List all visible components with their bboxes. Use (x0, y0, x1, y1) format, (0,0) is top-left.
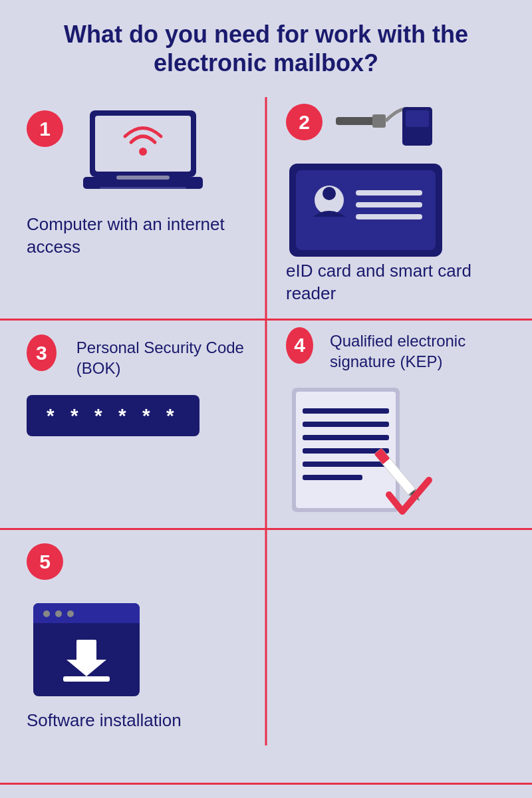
bottom-divider (0, 783, 532, 785)
svg-point-13 (323, 187, 336, 200)
item-4-cell: 4 Qualified electronic signature (KEP) (266, 321, 532, 530)
svg-rect-16 (356, 214, 422, 219)
signature-icon (286, 382, 439, 515)
svg-rect-23 (303, 462, 389, 467)
svg-point-2 (139, 148, 147, 156)
svg-point-32 (43, 610, 50, 617)
svg-rect-19 (303, 408, 389, 414)
empty-cell-6 (266, 530, 532, 745)
svg-rect-37 (63, 676, 110, 682)
svg-rect-20 (303, 422, 389, 427)
content-grid: 1 Computer with an internet access 2 (0, 97, 532, 745)
svg-rect-5 (100, 187, 186, 189)
item-5-label: Software installation (27, 710, 182, 732)
software-icon (27, 597, 146, 703)
password-display: * * * * * * (27, 395, 200, 436)
laptop-icon (76, 104, 209, 203)
svg-rect-4 (116, 176, 170, 180)
item-5-cell: 5 Software installation (0, 530, 266, 745)
item-1-cell: 1 Computer with an internet access (0, 97, 266, 321)
badge-1: 1 (27, 110, 63, 147)
badge-4: 4 (286, 327, 313, 364)
badge-3: 3 (27, 334, 57, 371)
svg-rect-1 (95, 116, 191, 172)
item-2-label: eID card and smart card reader (286, 260, 519, 305)
item-3-cell: 3 Personal Security Code (BOK) * * * * *… (0, 321, 266, 530)
badge-2: 2 (286, 104, 323, 140)
svg-rect-6 (336, 117, 376, 125)
svg-rect-31 (33, 616, 140, 623)
item-1-label: Computer with an internet access (27, 213, 253, 259)
svg-rect-14 (356, 190, 422, 196)
badge-5: 5 (27, 543, 63, 580)
svg-rect-7 (372, 114, 386, 128)
eid-card-icon (286, 157, 446, 257)
svg-rect-11 (296, 170, 436, 250)
svg-rect-21 (303, 435, 389, 440)
usb-reader-icon (329, 97, 436, 150)
svg-rect-35 (76, 640, 96, 663)
item-4-label: Qualified electronic signature (KEP) (330, 331, 519, 372)
item-2-cell: 2 eID card an (266, 97, 532, 321)
svg-point-33 (55, 610, 62, 617)
page-title: What do you need for work with the elect… (0, 0, 532, 90)
svg-rect-15 (356, 202, 422, 207)
item-3-label: Personal Security Code (BOK) (76, 337, 253, 378)
svg-rect-9 (406, 110, 429, 127)
svg-point-34 (67, 610, 74, 617)
svg-rect-24 (303, 475, 362, 480)
